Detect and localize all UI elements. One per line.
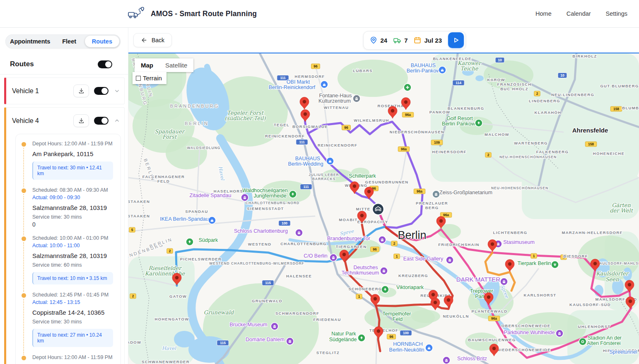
svg-text:2: 2 bbox=[487, 153, 489, 157]
svg-text:100: 100 bbox=[282, 221, 287, 225]
poi-marker[interactable] bbox=[358, 334, 365, 342]
road-shield-2: 2 bbox=[534, 91, 540, 96]
poi-marker[interactable] bbox=[556, 330, 563, 337]
nav-item-settings[interactable]: Settings bbox=[606, 10, 627, 17]
poi-marker[interactable] bbox=[271, 323, 278, 330]
poi-marker[interactable] bbox=[579, 338, 586, 345]
vehicle-visibility-toggle[interactable] bbox=[94, 87, 109, 95]
map-label: STAAKEN bbox=[128, 214, 150, 218]
view-tabs: Appointments Fleet Routes bbox=[5, 34, 121, 48]
map-label: Golf Resort bbox=[446, 116, 473, 121]
road-shield-96a: 96a bbox=[414, 189, 425, 194]
map-label: SCHMARGENDORF bbox=[275, 311, 319, 316]
map-label: GATOW bbox=[169, 294, 187, 299]
svg-text:158: 158 bbox=[613, 107, 619, 111]
svg-text:96: 96 bbox=[373, 247, 377, 251]
stop-address: Am Pankepark, 10115 bbox=[32, 150, 113, 157]
stop-address: Coppistraße 14-24, 10365 bbox=[32, 309, 113, 316]
map-label: NEU-HOHENSCHÖNHAUSEN bbox=[491, 186, 548, 190]
tab-appointments[interactable]: Appointments bbox=[7, 36, 53, 47]
map-label: Berlin bbox=[398, 229, 426, 241]
chevron-up-icon[interactable] bbox=[113, 118, 120, 123]
map-tab-map[interactable]: Map bbox=[135, 58, 159, 72]
map-type-control: Map Satellite Terrain bbox=[135, 58, 193, 72]
map-label: MARZAHN-HELLERSDORF bbox=[562, 230, 622, 235]
map-label: SCHÖNEBERG bbox=[348, 287, 382, 291]
poi-marker[interactable] bbox=[286, 337, 294, 345]
poi-marker[interactable] bbox=[295, 229, 303, 236]
road-shield-2: 2 bbox=[130, 294, 136, 299]
poi-marker[interactable] bbox=[439, 66, 446, 74]
poi-marker[interactable] bbox=[551, 261, 559, 268]
back-button[interactable]: Back bbox=[133, 33, 172, 47]
svg-text:1: 1 bbox=[396, 254, 398, 258]
poi-marker[interactable] bbox=[330, 254, 337, 261]
app-header: AMOS - Smart Route Planning Home Calenda… bbox=[0, 0, 639, 28]
vehicle-visibility-toggle[interactable] bbox=[94, 117, 109, 125]
terrain-checkbox[interactable] bbox=[136, 76, 141, 81]
map-label: MITTE bbox=[356, 207, 371, 211]
poi-marker[interactable] bbox=[446, 256, 453, 264]
poi-marker[interactable] bbox=[289, 190, 297, 198]
map-label: KARLSHORST bbox=[524, 293, 557, 297]
map-label: PLÄNTERWALD bbox=[472, 309, 508, 313]
map-label: HORNBACH bbox=[393, 341, 423, 347]
svg-text:1: 1 bbox=[358, 294, 360, 299]
poi-marker[interactable] bbox=[381, 286, 389, 293]
poi-marker[interactable] bbox=[353, 95, 360, 102]
play-button[interactable] bbox=[448, 32, 464, 48]
map-label: BAUMSCHULENWEG bbox=[468, 337, 516, 342]
map-label: Forst bbox=[162, 134, 177, 140]
poi-marker[interactable] bbox=[326, 157, 334, 165]
vehicle-header[interactable]: Vehicle 1 bbox=[11, 83, 121, 99]
map-label: Waldhochseilgarten bbox=[242, 188, 287, 193]
poi-marker[interactable] bbox=[500, 278, 508, 285]
map-canvas[interactable]: 969696969696a96a96a96a96a222221111109158… bbox=[128, 53, 639, 364]
stop-actual-time: Actual: 09:00 - 09:30 bbox=[32, 195, 113, 200]
poi-marker[interactable] bbox=[432, 190, 440, 198]
poi-marker[interactable] bbox=[208, 217, 216, 224]
nav-item-home[interactable]: Home bbox=[535, 10, 552, 17]
poi-marker[interactable] bbox=[379, 236, 386, 243]
map-label: Alten Försterei bbox=[587, 340, 620, 346]
vehicle-card-vehicle-4: Vehicle 4Depot Hours: 12:00 AM - 11:59 P… bbox=[4, 107, 125, 364]
terrain-option[interactable]: Terrain bbox=[133, 72, 166, 84]
poi-marker[interactable] bbox=[404, 84, 411, 91]
map-label: LICHTENBERG bbox=[493, 230, 528, 235]
map-label: der Welt bbox=[610, 207, 634, 214]
road-shield-96: 96 bbox=[371, 247, 379, 252]
map-label: WESTEND CHARLOTTENBURG-WILMERSDORF bbox=[209, 261, 304, 265]
map-park-area bbox=[338, 60, 408, 97]
chevron-down-icon[interactable] bbox=[113, 88, 120, 94]
poi-marker[interactable] bbox=[380, 267, 388, 275]
map-label: GUT BLUMBERG bbox=[600, 84, 639, 88]
map-label: SCHWANENWERDER bbox=[142, 359, 190, 364]
road-shield-158: 158 bbox=[610, 106, 622, 111]
poi-marker[interactable] bbox=[475, 119, 482, 127]
stop-address: Salzmannstraße 28, 10319 bbox=[32, 204, 113, 211]
tab-routes[interactable]: Routes bbox=[85, 36, 119, 47]
map-label: NIEDERSCHÖNHAUSEN bbox=[390, 130, 444, 134]
download-route-button[interactable] bbox=[73, 84, 89, 97]
depot-marker[interactable] bbox=[372, 203, 384, 215]
map-label: HOHENEICHE bbox=[593, 151, 625, 156]
poi-marker[interactable] bbox=[425, 344, 433, 352]
poi-marker[interactable] bbox=[241, 194, 248, 201]
stop-actual-time: Actual: 12:45 - 13:15 bbox=[32, 299, 113, 305]
routes-master-toggle[interactable] bbox=[98, 60, 112, 68]
vehicle-header[interactable]: Vehicle 4 bbox=[11, 113, 121, 129]
map-toolbar: Back 24 7 Jul 23 bbox=[128, 28, 639, 53]
svg-text:158: 158 bbox=[588, 142, 594, 146]
download-route-button[interactable] bbox=[73, 114, 89, 127]
tab-fleet[interactable]: Fleet bbox=[53, 36, 85, 47]
map-label: TEGEL bbox=[274, 123, 289, 127]
stop-item: Scheduled: 10:00 AM - 01:00 PMActual: 10… bbox=[16, 235, 117, 292]
poi-marker[interactable] bbox=[186, 238, 193, 246]
poi-marker[interactable] bbox=[443, 357, 450, 364]
map-label: KAROW bbox=[487, 77, 505, 82]
poi-marker[interactable] bbox=[321, 81, 328, 88]
map-label: STEGLITZ bbox=[316, 350, 340, 355]
map-tab-satellite[interactable]: Satellite bbox=[159, 58, 193, 72]
nav-item-calendar[interactable]: Calendar bbox=[567, 10, 591, 17]
map-label: Kaulsdorfer bbox=[596, 270, 629, 277]
